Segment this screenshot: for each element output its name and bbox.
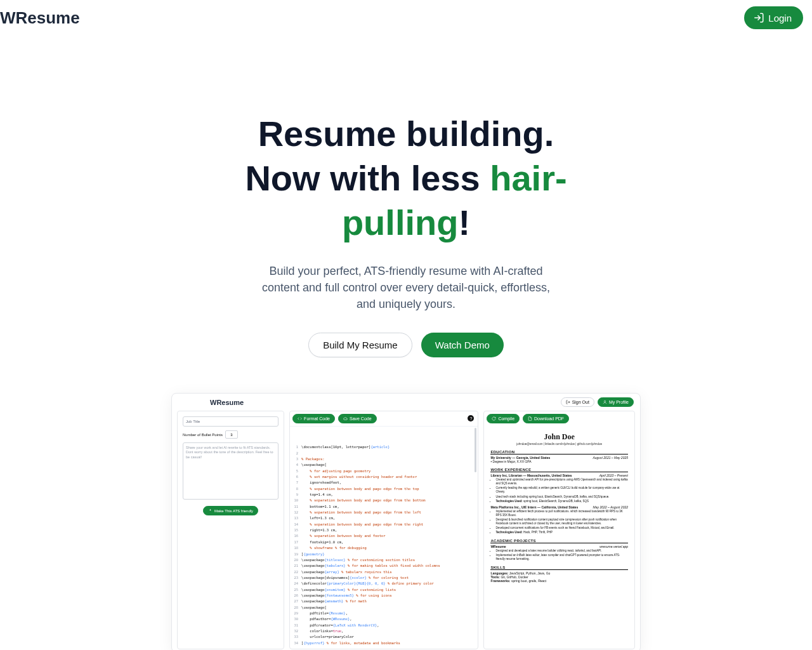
cta-row: Build My Resume Watch Demo: [0, 333, 812, 357]
resume-contact: johndoe@email.com | linkedin.com/in/john…: [490, 442, 628, 446]
resume-preview: John Doe johndoe@email.com | linkedin.co…: [484, 426, 634, 589]
section-skills: SKILLS: [490, 566, 628, 570]
refresh-icon: [492, 416, 496, 421]
file-icon: [528, 416, 532, 421]
section-work: WORK EXPERIENCE: [490, 468, 628, 472]
job-title-input: Job Title: [183, 416, 278, 427]
work2-b2: Designed & launched notification content…: [495, 518, 628, 526]
section-education: EDUCATION: [490, 450, 628, 454]
hero: Resume building. Now with less hair-pull…: [0, 112, 812, 357]
signout-label: Sign Out: [572, 400, 589, 404]
work2-b3: Developed concurrent notifications for F…: [495, 526, 628, 530]
cloud-icon: [343, 416, 348, 421]
edu-date: August 2021 – May 2025: [593, 456, 628, 460]
save-label: Save Code: [350, 416, 372, 421]
signout-icon: [566, 400, 570, 404]
save-code-button: Save Code: [338, 414, 377, 423]
edu-degree: • Degree in Major, X.XX GPA: [490, 460, 628, 463]
proj-b2: Implemented an InBuilt latex editor, lat…: [495, 554, 628, 561]
myprofile-label: My Profile: [609, 400, 629, 404]
preview-pane: Compile Download PDF John Doe johndoe@em…: [483, 411, 635, 649]
proj-b1: Designed and developed a latex resume bu…: [495, 549, 628, 553]
hero-title-line2-post: !: [458, 202, 470, 242]
work1-tech: Technologies Used: spring boot, ElasticS…: [495, 500, 628, 503]
work2-role: Meta Platforms Inc., UIE Intern — Califo…: [490, 505, 578, 509]
svg-point-2: [604, 401, 605, 402]
brand-logo[interactable]: WResume: [0, 8, 80, 28]
work1-b3: Used tech stack including spring boot, E…: [495, 495, 628, 499]
ats-button: Make This ATS friendly: [203, 506, 258, 515]
watch-demo-button[interactable]: Watch Demo: [421, 333, 504, 357]
skills-fw: Frameworks: spring boot, grails, React: [490, 579, 628, 583]
bullet-label: Number of Bullet Points: [183, 433, 223, 437]
code-scrollbar: [475, 428, 476, 472]
work2-b1: Implemented an efficient fetch process t…: [495, 510, 628, 517]
product-screenshot: WResume Sign Out My Profile Job Title Nu…: [171, 393, 641, 650]
download-label: Download PDF: [534, 416, 564, 421]
header: WResume Login: [0, 0, 812, 36]
sparkle-icon: [208, 508, 213, 513]
product-brand: WResume: [210, 399, 244, 406]
compile-button: Compile: [487, 414, 520, 423]
login-label: Login: [768, 13, 792, 23]
hero-subtitle: Build your perfect, ATS-friendly resume …: [260, 263, 552, 312]
build-resume-button[interactable]: Build My Resume: [308, 333, 412, 357]
download-pdf-button: Download PDF: [523, 414, 569, 423]
work1-date: April 2023 – Present: [599, 474, 628, 477]
left-pane: Job Title Number of Bullet Points 3 Shar…: [177, 411, 284, 649]
format-icon: [298, 416, 302, 421]
section-projects: ACADEMIC PROJECTS: [490, 539, 628, 543]
work2-tech: Technologies Used: Hack, PHP, Thrift, PH…: [495, 531, 628, 534]
resume-name: John Doe: [490, 432, 628, 442]
myprofile-button: My Profile: [598, 397, 634, 407]
work1-b1: Created and optimized search API for pre…: [495, 478, 628, 486]
login-button[interactable]: Login: [744, 6, 803, 29]
login-icon: [753, 12, 764, 23]
format-label: Format Code: [304, 416, 330, 421]
code-pane: Format Code Save Code ? 1\documentclass[…: [289, 411, 478, 649]
work2-date: May 2022 – August 2022: [593, 505, 628, 509]
hero-title-line1: Resume building.: [258, 114, 554, 154]
ats-label: Make This ATS friendly: [214, 509, 253, 513]
code-editor: 1\documentclass[10pt, letterpaper]{artic…: [290, 426, 478, 649]
work1-b2: Currently leading the app rebuild; a wri…: [495, 486, 628, 494]
signout-button: Sign Out: [561, 397, 594, 407]
hero-title-line2-pre: Now with less: [245, 158, 490, 198]
bullet-count: 3: [225, 430, 238, 439]
compile-label: Compile: [498, 416, 514, 421]
user-icon: [603, 400, 607, 404]
share-textarea: Share your work and let AI rewrite to fi…: [183, 442, 278, 500]
hero-title: Resume building. Now with less hair-pull…: [184, 112, 628, 245]
format-code-button: Format Code: [292, 414, 335, 423]
proj-link: wresume.vercel.app: [599, 545, 628, 548]
product-screenshot-header: WResume Sign Out My Profile: [172, 394, 640, 411]
work1-role: Library Inc, Librarian — Massachusetts, …: [490, 474, 572, 477]
proj-name: WResume: [490, 545, 506, 548]
